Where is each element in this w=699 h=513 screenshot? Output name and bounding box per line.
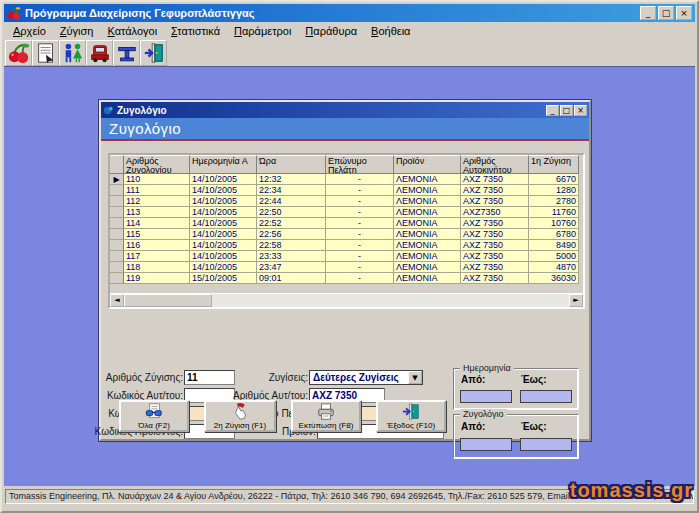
cell-client: - (326, 185, 394, 196)
menu-item[interactable]: Στατιστικά (164, 24, 227, 38)
table-row[interactable]: 111 14/10/2005 22:34 - ΛΕΜΟΝΙΑ ΑΧΖ 7350 … (110, 185, 583, 196)
cell-time: 23:47 (257, 262, 326, 273)
table-row[interactable]: 112 14/10/2005 22:44 - ΛΕΜΟΝΙΑ ΑΧΖ 7350 … (110, 196, 583, 207)
child-minimize-button[interactable]: _ (546, 105, 559, 116)
child-maximize-button[interactable]: □ (560, 105, 573, 116)
dropdown-arrow-icon[interactable]: ▼ (408, 371, 422, 384)
row-filler (579, 229, 583, 240)
row-selector-cell[interactable] (110, 262, 124, 273)
pointing-hand-icon (230, 403, 250, 421)
minimize-button[interactable]: _ (640, 6, 656, 20)
page-title: Ζυγολόγιο (101, 120, 181, 137)
table-row[interactable]: 118 14/10/2005 23:47 - ΛΕΜΟΝΙΑ ΑΧΖ 7350 … (110, 262, 583, 273)
table-row[interactable]: 119 15/10/2005 09:01 - ΛΕΜΟΝΙΑ ΑΧΖ 7350 … (110, 273, 583, 284)
cell-date: 14/10/2005 (190, 240, 257, 251)
weigh-log-table: Αριθμός Ζυγολογίου Ημερομηνία Α Ώρα Επών… (108, 153, 585, 309)
column-header[interactable]: Ώρα (257, 155, 326, 174)
cell-weigh-number: 119 (124, 273, 190, 284)
table-row[interactable]: 115 14/10/2005 22:56 - ΛΕΜΟΝΙΑ ΑΧΖ 7350 … (110, 229, 583, 240)
cell-weigh-number: 117 (124, 251, 190, 262)
horizontal-scrollbar[interactable]: ◄ ► (110, 293, 583, 307)
print-button-label: Εκτύπωση (F8) (299, 421, 354, 430)
weighbridge-icon (116, 42, 138, 64)
column-header[interactable]: Αριθμός Αυτοκινήτου (461, 155, 529, 174)
second-weigh-button[interactable]: 2η Ζύγιση (F1) (204, 400, 276, 432)
row-selector-cell[interactable] (110, 229, 124, 240)
row-selector-cell[interactable]: ▶ (110, 174, 124, 185)
weighings-dropdown[interactable]: Δεύτερες Ζυγίσεις ▼ (309, 370, 423, 385)
row-filler (579, 251, 583, 262)
print-button[interactable]: Εκτύπωση (F8) (291, 400, 361, 432)
scrollbar-thumb[interactable] (124, 294, 212, 307)
menu-item[interactable]: Βοήθεια (364, 24, 417, 38)
weighlog-range-legend: Ζυγολόγιο (460, 409, 507, 419)
cell-product: ΛΕΜΟΝΙΑ (394, 218, 461, 229)
row-selector-cell[interactable] (110, 273, 124, 284)
cell-product: ΛΕΜΟΝΙΑ (394, 273, 461, 284)
menu-item[interactable]: Αρχείο (6, 24, 53, 38)
column-header[interactable]: Ημερομηνία Α (190, 155, 257, 174)
column-header[interactable]: Επώνυμο Πελάτη (326, 155, 394, 174)
row-selector-cell[interactable] (110, 196, 124, 207)
close-button[interactable]: × (676, 6, 692, 20)
row-filler (579, 185, 583, 196)
weighbridge-button[interactable] (113, 40, 140, 66)
weigh-number-input[interactable] (184, 370, 235, 385)
table-row[interactable]: 113 14/10/2005 22:50 - ΛΕΜΟΝΙΑ ΑΧΖ7350 1… (110, 207, 583, 218)
scrollbar-track[interactable] (124, 294, 569, 307)
cell-client: - (326, 229, 394, 240)
table-row[interactable]: ▶ 110 14/10/2005 12:32 - ΛΕΜΟΝΙΑ ΑΧΖ 735… (110, 174, 583, 185)
cell-product: ΛΕΜΟΝΙΑ (394, 251, 461, 262)
table-row[interactable]: 114 14/10/2005 22:52 - ΛΕΜΟΝΙΑ ΑΧΖ 7350 … (110, 218, 583, 229)
cherries-logo-button[interactable] (5, 40, 32, 66)
cell-product: ΛΕΜΟΝΙΑ (394, 207, 461, 218)
row-selector-cell[interactable] (110, 218, 124, 229)
scroll-right-icon[interactable]: ► (569, 294, 583, 307)
row-selector-cell[interactable] (110, 240, 124, 251)
child-close-button[interactable]: × (574, 105, 587, 116)
cell-date: 14/10/2005 (190, 262, 257, 273)
menu-item[interactable]: Κατάλογοι (100, 24, 164, 38)
menu-item[interactable]: Παράμετροι (227, 24, 298, 38)
show-all-button[interactable]: Όλα (F2) (119, 400, 189, 432)
table-row[interactable]: 117 14/10/2005 23:33 - ΛΕΜΟΝΙΑ ΑΧΖ 7350 … (110, 251, 583, 262)
clients-button[interactable] (59, 40, 86, 66)
cell-first-weight: 2780 (529, 196, 579, 207)
row-selector-cell[interactable] (110, 251, 124, 262)
cell-date: 14/10/2005 (190, 229, 257, 240)
column-header[interactable]: Προϊόν (394, 155, 461, 174)
row-selector-cell[interactable] (110, 185, 124, 196)
form-heading-band: Ζυγολόγιο (101, 118, 589, 141)
exit-form-button[interactable]: Έξοδος (F10) (376, 400, 446, 432)
menu-item[interactable]: Παράθυρα (298, 24, 364, 38)
weighlog-to-input[interactable] (520, 438, 572, 451)
date-to-input[interactable] (520, 390, 572, 403)
weighlog-from-input[interactable] (460, 438, 512, 451)
cell-first-weight: 6670 (529, 174, 579, 185)
exit-button[interactable] (140, 40, 167, 66)
column-header[interactable]: Αριθμός Ζυγολογίου (124, 155, 190, 174)
cell-product: ΛΕΜΟΝΙΑ (394, 174, 461, 185)
vehicles-button[interactable] (86, 40, 113, 66)
cell-time: 22:34 (257, 185, 326, 196)
weighings-label: Ζυγίσεις: (269, 370, 308, 385)
column-header[interactable]: 1η Ζύγιση (529, 155, 579, 174)
weigh-report-button[interactable] (32, 40, 59, 66)
exit-door-icon (401, 403, 421, 421)
cell-plate: ΑΧΖ 7350 (461, 251, 529, 262)
cell-plate: ΑΧΖ7350 (461, 207, 529, 218)
row-filler (579, 218, 583, 229)
window-title: Πρόγραμμα Διαχείρισης Γεφυροπλάστιγγας (25, 7, 640, 19)
maximize-button[interactable]: □ (658, 6, 674, 20)
cell-client: - (326, 196, 394, 207)
date-from-input[interactable] (460, 390, 512, 403)
row-selector-cell[interactable] (110, 207, 124, 218)
table-row[interactable]: 116 14/10/2005 22:58 - ΛΕΜΟΝΙΑ ΑΧΖ 7350 … (110, 240, 583, 251)
current-record-icon: ▶ (113, 175, 119, 184)
weighings-selected-value: Δεύτερες Ζυγίσεις (310, 372, 408, 383)
menu-item[interactable]: Ζύγιση (53, 24, 101, 38)
cell-weigh-number: 111 (124, 185, 190, 196)
cell-date: 15/10/2005 (190, 273, 257, 284)
scroll-left-icon[interactable]: ◄ (110, 294, 124, 307)
cell-weigh-number: 112 (124, 196, 190, 207)
